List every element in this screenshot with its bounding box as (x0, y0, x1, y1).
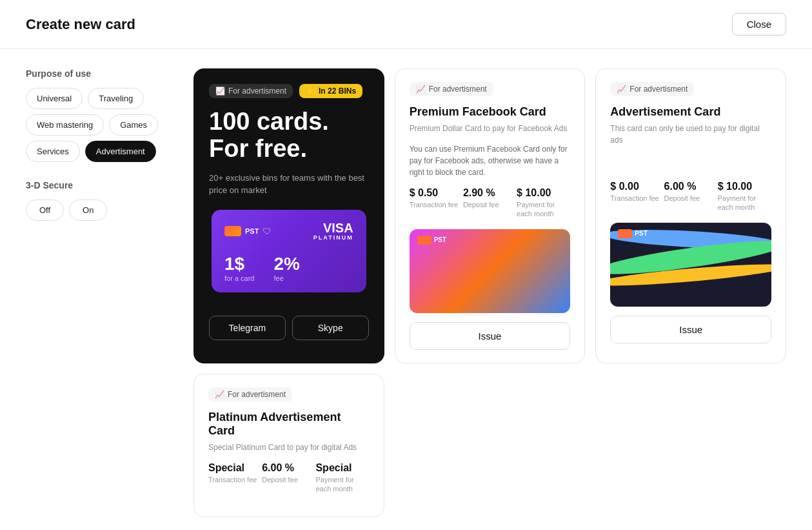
toggle-on[interactable]: On (69, 199, 107, 221)
pill-universal[interactable]: Universal (26, 88, 83, 109)
advertisement-title: Advertisement Card (610, 105, 771, 119)
visa-card-top: PST 🛡 VISA PLATINUM (224, 221, 353, 241)
premium-badge: 📈 For advertisment (410, 82, 493, 96)
platinum-fee-3: Special Payment for each month (315, 462, 369, 494)
platinum-title: Platinum Advertisement Card (208, 411, 370, 438)
platinum-inner: 📈 For advertisment Platinum Advertisemen… (194, 374, 384, 517)
advertisement-fee-2: 6.00 % Deposit fee (664, 181, 718, 212)
pst-text: PST (245, 227, 259, 235)
advertisement-issue-button[interactable]: Issue (610, 316, 771, 343)
telegram-button[interactable]: Telegram (209, 316, 286, 340)
pst-logo: PST 🛡 (224, 226, 272, 236)
advertisement-inner: 📈 For advertisment Advertisement Card Th… (596, 69, 786, 356)
platinum-fee-row: Special Transaction fee 6.00 % Deposit f… (208, 462, 370, 494)
advertisement-description: This card can only be used to pay for di… (610, 123, 771, 146)
premium-fee-3: $ 10.00 Payment for each month (517, 187, 570, 219)
advertisement-fee-3: $ 10.00 Payment for each month (718, 181, 771, 212)
premium-fee-2: 2.90 % Deposit fee (463, 187, 517, 219)
premium-facebook-card: 📈 For advertisment Premium Facebook Card… (395, 68, 586, 363)
advertisement-card-overlay: PST (618, 229, 764, 238)
pst-logo-advertisement: PST (618, 229, 647, 238)
shield-icon: 🛡 (262, 226, 272, 236)
advertisement-card-visual: PST (610, 223, 771, 307)
facebook-card-overlay: PST (417, 236, 563, 245)
premium-facebook-inner: 📈 For advertisment Premium Facebook Card… (395, 69, 585, 363)
platinum-card: 📈 For advertisment Platinum Advertisemen… (193, 374, 384, 518)
advertisement-card-image: PST (610, 223, 771, 307)
pst-icon-advertisement (618, 229, 632, 238)
advertisement-fee-row: $ 0.00 Transaction fee 6.00 % Deposit fe… (610, 181, 771, 212)
visa-name: VISA (313, 221, 353, 234)
pill-advertisment[interactable]: Advertisment (85, 141, 156, 162)
purpose-label: Purpose of use (26, 68, 181, 79)
secure-toggle-group: Off On (26, 199, 181, 221)
platinum-badge: 📈 For advertisment (208, 387, 292, 402)
pst-icon (224, 226, 241, 236)
visa-stats: 1$ for a card 2% fee (224, 254, 353, 282)
cards-area: 📈 For advertisment ⚡ In 22 BINs 100 card… (193, 68, 786, 517)
premium-card-image: PST (410, 229, 571, 313)
featured-headline: 100 cards. For free. (209, 108, 369, 163)
pill-games[interactable]: Games (109, 114, 158, 136)
page-title: Create new card (26, 16, 135, 33)
trend-icon-4: 📈 (215, 390, 224, 399)
pill-services[interactable]: Services (26, 141, 80, 162)
pst-icon-facebook (417, 236, 431, 245)
secure-label: 3-D Secure (26, 180, 181, 190)
visa-brand: VISA PLATINUM (313, 221, 353, 241)
sidebar: Purpose of use Universal Traveling Web m… (26, 68, 181, 517)
premium-description: Premium Dollar Card to pay for Facebook … (410, 123, 571, 134)
featured-badge-row: 📈 For advertisment ⚡ In 22 BINs (209, 84, 369, 98)
premium-issue-button[interactable]: Issue (410, 322, 571, 350)
purpose-pill-group: Universal Traveling Web mastering Games … (26, 88, 181, 162)
featured-card-inner: 📈 For advertisment ⚡ In 22 BINs 100 card… (193, 68, 384, 305)
promo-badge: ⚡ In 22 BINs (299, 84, 362, 98)
advertisement-card: 📈 For advertisment Advertisement Card Th… (595, 68, 786, 363)
header: Create new card Close (0, 0, 812, 49)
pill-traveling[interactable]: Traveling (88, 88, 144, 109)
trend-icon-2: 📈 (416, 85, 426, 94)
visa-sub: PLATINUM (313, 234, 353, 241)
premium-fee-row: $ 0.50 Transaction fee 2.90 % Deposit fe… (410, 187, 571, 219)
close-button[interactable]: Close (732, 13, 786, 36)
skype-button[interactable]: Skype (292, 316, 369, 340)
pst-logo-facebook: PST (417, 236, 446, 245)
trend-icon-3: 📈 (617, 85, 626, 94)
featured-badge: 📈 For advertisment (209, 84, 293, 98)
visa-stat-1: 1$ for a card (224, 254, 254, 282)
bolt-icon: ⚡ (306, 87, 315, 96)
featured-subtext: 20+ exclusive bins for teams with the be… (209, 172, 369, 197)
facebook-card-visual: PST (410, 229, 571, 313)
premium-fee-1: $ 0.50 Transaction fee (410, 187, 463, 219)
platinum-fee-1: Special Transaction fee (208, 462, 262, 494)
featured-card-footer: Telegram Skype (193, 305, 384, 353)
advertisement-badge: 📈 For advertisment (610, 82, 694, 96)
toggle-off[interactable]: Off (26, 199, 64, 221)
platinum-fee-2: 6.00 % Deposit fee (262, 462, 315, 494)
featured-card: 📈 For advertisment ⚡ In 22 BINs 100 card… (193, 68, 384, 363)
platinum-description: Special Platinum Card to pay for digital… (208, 442, 370, 453)
trend-icon: 📈 (215, 87, 225, 96)
pill-web-mastering[interactable]: Web mastering (26, 114, 104, 136)
visa-stat-2: 2% fee (273, 254, 299, 282)
main-content: Purpose of use Universal Traveling Web m… (0, 49, 812, 530)
visa-card-visual: PST 🛡 VISA PLATINUM 1$ for a card (212, 210, 366, 292)
advertisement-fee-1: $ 0.00 Transaction fee (610, 181, 664, 212)
premium-long-desc: You can use Premium Facebook Card only f… (410, 143, 571, 178)
premium-title: Premium Facebook Card (410, 105, 571, 119)
